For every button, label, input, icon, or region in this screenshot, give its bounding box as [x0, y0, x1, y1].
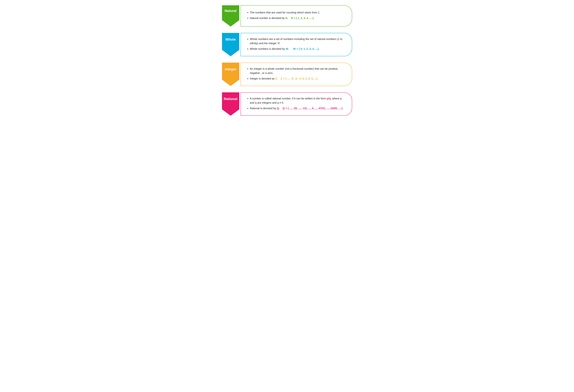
whole-bullet1: Whole numbers are a set of numbers inclu…: [250, 37, 347, 45]
rational-section: Rational A number is called rational num…: [222, 92, 352, 116]
whole-section: Whole Whole numbers are a set of numbers…: [222, 33, 352, 56]
integer-arrow-tip: [222, 80, 239, 86]
whole-arrow-tip: [222, 50, 239, 56]
natural-arrow-tip: [222, 20, 239, 27]
whole-arrow: Whole: [222, 33, 239, 56]
whole-label: Whole: [222, 33, 239, 50]
natural-arrow: Natural: [222, 5, 239, 27]
whole-content: Whole numbers are a set of numbers inclu…: [241, 33, 352, 56]
integer-arrow: Integer: [222, 63, 239, 86]
rational-content: A number is called rational number, if i…: [241, 92, 352, 116]
natural-content: The numbers that are used for counting w…: [241, 5, 352, 27]
integer-label: Integer: [222, 63, 239, 80]
integer-bullet1: An integer is a whole number (not a frac…: [250, 67, 347, 75]
natural-label: Natural: [222, 5, 239, 20]
rational-bullet1: A number is called rational number, if i…: [250, 96, 347, 105]
integer-section: Integer An integer is a whole number (no…: [222, 63, 352, 86]
natural-bullet1: The numbers that are used for counting w…: [250, 10, 347, 15]
rational-arrow: Rational: [222, 92, 239, 116]
integer-content: An integer is a whole number (not a frac…: [241, 63, 352, 86]
rational-bullet2: Rational is denoted by Q. Q = { ..., -25…: [250, 106, 347, 110]
rational-label: Rational: [222, 92, 239, 109]
integer-bullet2: Integer is denoted as Z. Z = { ..., -3, …: [250, 77, 347, 81]
rational-arrow-tip: [222, 109, 239, 116]
whole-bullet2: Whole numbers is denoted by W. W = { 0, …: [250, 47, 347, 51]
natural-section: Natural The numbers that are used for co…: [222, 5, 352, 27]
natural-bullet2: Natural number is denoted by N. N = { 1,…: [250, 16, 347, 20]
